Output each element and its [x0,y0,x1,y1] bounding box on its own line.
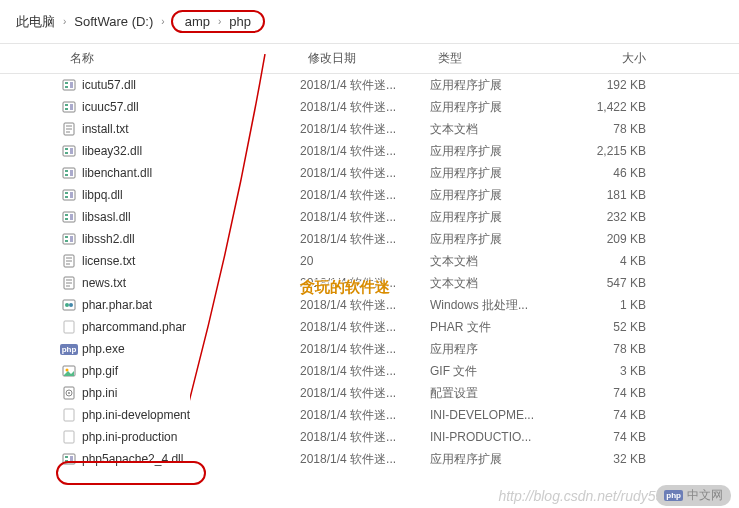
file-name: install.txt [78,122,300,136]
svg-rect-22 [65,196,68,198]
header-name[interactable]: 名称 [0,50,300,67]
file-icon [60,188,78,202]
file-size: 74 KB [570,430,670,444]
file-row[interactable]: libssh2.dll2018/1/4 软件迷...应用程序扩展209 KB [0,228,739,250]
file-row[interactable]: php.ini2018/1/4 软件迷...配置设置74 KB [0,382,739,404]
highlight-breadcrumb: amp › php [171,10,265,33]
file-date: 2018/1/4 软件迷... [300,319,430,336]
file-date: 2018/1/4 软件迷... [300,297,430,314]
header-type[interactable]: 类型 [430,50,570,67]
file-type: 应用程序扩展 [430,187,570,204]
file-row[interactable]: php5apache2_4.dll2018/1/4 软件迷...应用程序扩展32… [0,448,739,470]
file-size: 78 KB [570,122,670,136]
file-row[interactable]: libpq.dll2018/1/4 软件迷...应用程序扩展181 KB [0,184,739,206]
phpcn-badge: php 中文网 [656,485,731,506]
file-name: libeay32.dll [78,144,300,158]
file-row[interactable]: libsasl.dll2018/1/4 软件迷...应用程序扩展232 KB [0,206,739,228]
file-icon [60,232,78,246]
crumb-pc[interactable]: 此电脑 [14,13,57,31]
file-row[interactable]: install.txt2018/1/4 软件迷...文本文档78 KB [0,118,739,140]
file-name: libssh2.dll [78,232,300,246]
file-icon [60,386,78,400]
file-icon [60,408,78,422]
file-size: 74 KB [570,408,670,422]
file-row[interactable]: php.gif2018/1/4 软件迷...GIF 文件3 KB [0,360,739,382]
svg-rect-13 [65,148,68,150]
file-type: INI-PRODUCTIO... [430,430,570,444]
file-type: 应用程序 [430,341,570,358]
file-row[interactable]: license.txt20文本文档4 KB [0,250,739,272]
file-row[interactable]: phpphp.exe2018/1/4 软件迷...应用程序78 KB [0,338,739,360]
file-row[interactable]: icuuc57.dll2018/1/4 软件迷...应用程序扩展1,422 KB [0,96,739,118]
chevron-right-icon[interactable]: › [57,16,72,27]
svg-rect-31 [70,236,73,242]
file-type: PHAR 文件 [430,319,570,336]
file-icon [60,320,78,334]
file-icon [60,452,78,466]
file-name: pharcommand.phar [78,320,300,334]
svg-rect-54 [70,456,73,462]
header-size[interactable]: 大小 [570,50,670,67]
file-name: php.ini-production [78,430,300,444]
svg-rect-20 [63,190,75,200]
file-icon [60,276,78,290]
file-icon [60,100,78,114]
svg-rect-43 [64,321,74,333]
header-date[interactable]: 修改日期 [300,50,430,67]
file-date: 2018/1/4 软件迷... [300,187,430,204]
file-icon [60,166,78,180]
breadcrumb: 此电脑 › SoftWare (D:) › amp › php [0,0,739,43]
file-date: 2018/1/4 软件迷... [300,341,430,358]
file-type: 文本文档 [430,121,570,138]
file-list: icutu57.dll2018/1/4 软件迷...应用程序扩展192 KBic… [0,74,739,470]
file-name: news.txt [78,276,300,290]
file-name: license.txt [78,254,300,268]
file-row[interactable]: pharcommand.phar2018/1/4 软件迷...PHAR 文件52… [0,316,739,338]
file-date: 2018/1/4 软件迷... [300,407,430,424]
file-size: 32 KB [570,452,670,466]
file-type: Windows 批处理... [430,297,570,314]
svg-rect-23 [70,192,73,198]
phpcn-text: 中文网 [687,487,723,504]
file-date: 2018/1/4 软件迷... [300,99,430,116]
file-size: 1,422 KB [570,100,670,114]
file-row[interactable]: libenchant.dll2018/1/4 软件迷...应用程序扩展46 KB [0,162,739,184]
file-type: 应用程序扩展 [430,231,570,248]
file-row[interactable]: libeay32.dll2018/1/4 软件迷...应用程序扩展2,215 K… [0,140,739,162]
file-row[interactable]: phar.phar.bat2018/1/4 软件迷...Windows 批处理.… [0,294,739,316]
file-type: GIF 文件 [430,363,570,380]
crumb-amp[interactable]: amp [183,14,212,29]
chevron-right-icon[interactable]: › [155,16,170,27]
svg-rect-50 [64,431,74,443]
file-row[interactable]: news.txt2018/1/4 软件迷...文本文档547 KB [0,272,739,294]
file-icon [60,254,78,268]
file-date: 2018/1/4 软件迷... [300,231,430,248]
svg-rect-25 [65,214,68,216]
svg-rect-17 [65,170,68,172]
file-size: 192 KB [570,78,670,92]
file-name: php.ini-development [78,408,300,422]
file-type: 应用程序扩展 [430,451,570,468]
file-size: 1 KB [570,298,670,312]
file-row[interactable]: icutu57.dll2018/1/4 软件迷...应用程序扩展192 KB [0,74,739,96]
file-row[interactable]: php.ini-development2018/1/4 软件迷...INI-DE… [0,404,739,426]
file-type: 配置设置 [430,385,570,402]
file-type: 应用程序扩展 [430,209,570,226]
watermark-url: http://blog.csdn.net/rudy5348 [498,488,679,504]
chevron-right-icon[interactable]: › [212,16,227,27]
svg-rect-5 [65,104,68,106]
file-size: 52 KB [570,320,670,334]
svg-rect-27 [70,214,73,220]
file-icon [60,210,78,224]
file-row[interactable]: php.ini-production2018/1/4 软件迷...INI-PRO… [0,426,739,448]
file-icon [60,430,78,444]
php-icon: php [664,490,683,501]
svg-rect-7 [70,104,73,110]
svg-rect-30 [65,240,68,242]
file-date: 2018/1/4 软件迷... [300,363,430,380]
svg-point-48 [68,392,70,394]
file-type: 应用程序扩展 [430,143,570,160]
crumb-drive[interactable]: SoftWare (D:) [72,14,155,29]
file-name: php.exe [78,342,300,356]
crumb-php[interactable]: php [227,14,253,29]
